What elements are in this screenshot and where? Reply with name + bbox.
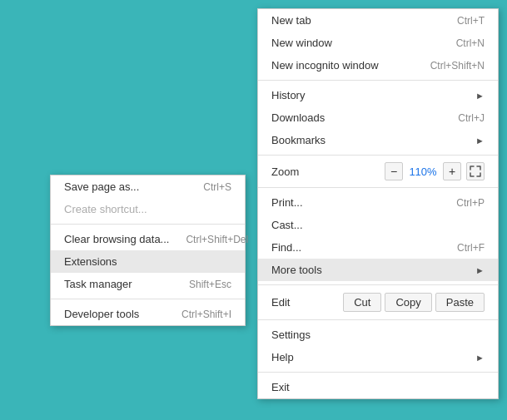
- menu-item-new-incognito[interactable]: New incognito window Ctrl+Shift+N: [258, 54, 498, 77]
- menu-label-print: Print...: [271, 196, 303, 209]
- cut-button[interactable]: Cut: [343, 293, 381, 312]
- arrow-icon-help: ►: [475, 353, 485, 363]
- menu-label-help: Help: [271, 351, 294, 363]
- menu-label-downloads: Downloads: [271, 111, 325, 124]
- menu-item-settings[interactable]: Settings: [258, 324, 498, 346]
- edit-label: Edit: [271, 296, 343, 309]
- arrow-icon-more-tools: ►: [475, 265, 485, 275]
- shortcut-new-tab: Ctrl+T: [457, 15, 485, 27]
- shortcut-clear-browsing: Ctrl+Shift+Del: [186, 234, 248, 245]
- menu-label-save-page: Save page as...: [64, 180, 139, 193]
- sub-divider-1: [51, 224, 245, 225]
- menu-item-history[interactable]: History ►: [258, 84, 498, 106]
- menu-item-exit[interactable]: Exit: [258, 376, 498, 398]
- menu-item-bookmarks[interactable]: Bookmarks ►: [258, 129, 498, 151]
- shortcut-task-manager: Shift+Esc: [189, 279, 231, 290]
- shortcut-developer-tools: Ctrl+Shift+I: [181, 309, 231, 320]
- zoom-label: Zoom: [271, 166, 385, 178]
- menu-item-new-tab[interactable]: New tab Ctrl+T: [258, 9, 498, 32]
- paste-button[interactable]: Paste: [435, 293, 485, 312]
- shortcut-downloads: Ctrl+J: [458, 112, 485, 124]
- sub-menu-more-tools: Save page as... Ctrl+S Create shortcut..…: [50, 175, 246, 326]
- menu-label-find: Find...: [271, 241, 301, 254]
- menu-label-new-tab: New tab: [271, 14, 311, 27]
- menu-label-developer-tools: Developer tools: [64, 308, 139, 320]
- menu-label-extensions: Extensions: [64, 255, 117, 268]
- menu-label-clear-browsing: Clear browsing data...: [64, 233, 169, 245]
- zoom-plus-button[interactable]: +: [443, 162, 461, 180]
- copy-button[interactable]: Copy: [385, 293, 431, 312]
- menu-label-exit: Exit: [271, 381, 290, 393]
- menu-item-more-tools[interactable]: More tools ►: [258, 259, 498, 281]
- menu-label-history: History: [271, 89, 305, 101]
- zoom-value: 110%: [406, 166, 440, 178]
- edit-row: Edit Cut Copy Paste: [258, 289, 498, 316]
- menu-item-help[interactable]: Help ►: [258, 346, 498, 368]
- menu-label-task-manager: Task manager: [64, 278, 132, 290]
- shortcut-new-window: Ctrl+N: [456, 37, 485, 49]
- zoom-minus-button[interactable]: −: [385, 162, 403, 180]
- shortcut-find: Ctrl+F: [457, 242, 485, 254]
- menu-item-save-page[interactable]: Save page as... Ctrl+S: [51, 175, 245, 198]
- menu-label-bookmarks: Bookmarks: [271, 134, 326, 146]
- shortcut-save-page: Ctrl+S: [203, 181, 231, 193]
- shortcut-new-incognito: Ctrl+Shift+N: [430, 60, 485, 72]
- sub-divider-2: [51, 299, 245, 299]
- menu-label-new-window: New window: [271, 37, 332, 49]
- menu-item-cast[interactable]: Cast...: [258, 214, 498, 236]
- menu-item-extensions[interactable]: Extensions: [51, 250, 245, 273]
- menu-item-clear-browsing[interactable]: Clear browsing data... Ctrl+Shift+Del: [51, 228, 245, 250]
- menu-item-developer-tools[interactable]: Developer tools Ctrl+Shift+I: [51, 303, 245, 325]
- divider-6: [258, 372, 498, 373]
- zoom-controls: − 110% +: [385, 162, 461, 180]
- menu-item-print[interactable]: Print... Ctrl+P: [258, 191, 498, 214]
- arrow-icon-history: ►: [475, 91, 485, 101]
- divider-5: [258, 319, 498, 320]
- divider-3: [258, 187, 498, 188]
- divider-1: [258, 80, 498, 81]
- arrow-icon-bookmarks: ►: [475, 136, 485, 146]
- zoom-row: Zoom − 110% +: [258, 159, 498, 184]
- menu-item-find[interactable]: Find... Ctrl+F: [258, 236, 498, 259]
- shortcut-print: Ctrl+P: [456, 197, 485, 209]
- menu-label-new-incognito: New incognito window: [271, 59, 379, 72]
- menu-label-more-tools: More tools: [271, 264, 322, 276]
- menu-item-new-window[interactable]: New window Ctrl+N: [258, 32, 498, 54]
- main-menu: New tab Ctrl+T New window Ctrl+N New inc…: [257, 8, 499, 399]
- fullscreen-icon: [470, 166, 481, 177]
- menu-label-create-shortcut: Create shortcut...: [64, 203, 147, 215]
- divider-2: [258, 155, 498, 156]
- menu-item-task-manager[interactable]: Task manager Shift+Esc: [51, 273, 245, 295]
- zoom-fullscreen-button[interactable]: [466, 162, 485, 180]
- menu-label-settings: Settings: [271, 329, 311, 341]
- divider-4: [258, 284, 498, 285]
- menu-label-cast: Cast...: [271, 219, 303, 231]
- menu-item-downloads[interactable]: Downloads Ctrl+J: [258, 106, 498, 129]
- edit-buttons: Cut Copy Paste: [343, 293, 485, 312]
- menu-item-create-shortcut[interactable]: Create shortcut...: [51, 198, 245, 220]
